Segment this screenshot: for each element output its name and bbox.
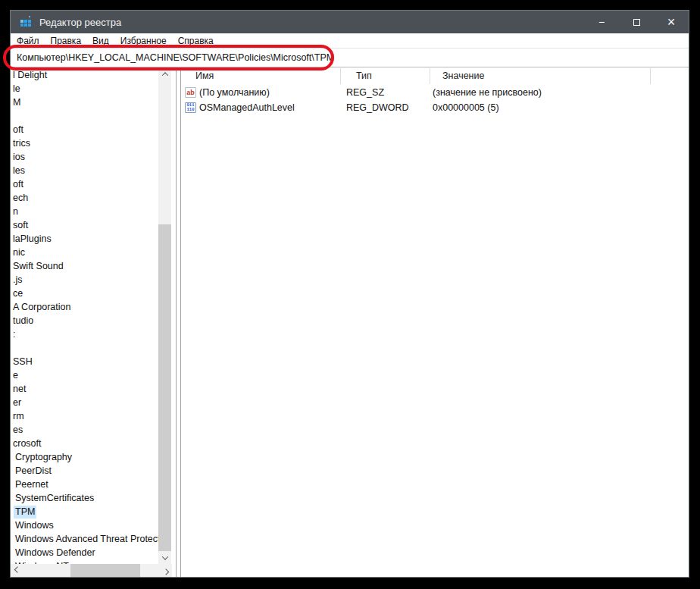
tree-item-tpm-selected[interactable]: TPM xyxy=(11,506,158,519)
value-row[interactable]: ab(По умолчанию)REG_SZ(значение не присв… xyxy=(181,86,689,101)
tree-item[interactable]: e xyxy=(11,369,158,383)
minimize-button[interactable]: − xyxy=(584,11,619,33)
tree-item-label: TPM xyxy=(14,506,36,519)
tree-item[interactable]: Swift Sound xyxy=(11,260,158,274)
tree-item-label: Windows Advanced Threat Protectio xyxy=(14,533,158,546)
tree-item[interactable]: soft xyxy=(11,219,158,233)
scroll-right-button[interactable] xyxy=(159,564,172,577)
tree-item-label: e xyxy=(11,369,20,382)
tree-item[interactable]: le xyxy=(11,83,158,96)
tree-item[interactable]: oft xyxy=(11,124,158,137)
tree-item-label: Swift Sound xyxy=(11,260,65,273)
close-button[interactable]: × xyxy=(654,11,689,33)
horizontal-scroll-thumb[interactable] xyxy=(70,564,140,577)
tree-item[interactable]: ech xyxy=(11,192,158,205)
scroll-left-button[interactable] xyxy=(11,564,23,577)
tree-item-label: net xyxy=(11,383,27,396)
tree-item-label: oft xyxy=(11,178,25,191)
tree-vertical-scrollbar[interactable] xyxy=(158,67,171,564)
tree-item-label: M xyxy=(11,96,22,109)
menu-item-rest: равка xyxy=(57,36,81,46)
tree-item-label: les xyxy=(11,164,27,177)
tree-item[interactable]: : xyxy=(11,328,158,342)
tree-item[interactable]: PeerDist xyxy=(11,465,158,478)
tree-item-label: es xyxy=(11,424,24,437)
tree-item-label: le xyxy=(11,83,22,96)
value-row[interactable]: 011110OSManagedAuthLevelREG_DWORD0x00000… xyxy=(181,101,689,116)
chevron-up-icon xyxy=(161,72,167,78)
tree-item-label: Windows Defender xyxy=(14,547,97,559)
column-header-name[interactable]: Имя xyxy=(195,70,214,81)
tree-item[interactable]: l Delight xyxy=(11,69,158,83)
tree-item[interactable]: SSH xyxy=(11,356,158,369)
tree-item[interactable]: Windows xyxy=(11,519,158,533)
menu-item-help[interactable]: Справка xyxy=(178,36,214,46)
tree-item-label: : xyxy=(11,328,17,341)
tree-item[interactable]: tudio xyxy=(11,315,158,328)
tree-horizontal-scrollbar[interactable] xyxy=(11,564,172,577)
string-value-icon: ab xyxy=(185,87,196,98)
menu-item-favorites[interactable]: Избранное xyxy=(120,36,167,46)
tree-item[interactable]: laPlugins xyxy=(11,233,158,246)
tree-item[interactable]: Cryptography xyxy=(11,451,158,465)
maximize-icon xyxy=(633,19,640,26)
column-divider[interactable] xyxy=(650,68,651,84)
tree-item[interactable]: ce xyxy=(11,287,158,301)
column-divider[interactable] xyxy=(430,68,430,84)
menu-item-hotkey: С xyxy=(178,36,185,46)
scroll-down-button[interactable] xyxy=(158,551,171,564)
vertical-scroll-thumb[interactable] xyxy=(158,224,171,551)
menu-item-hotkey: П xyxy=(51,36,58,46)
tree-item[interactable]: trics xyxy=(11,137,158,151)
tree-item[interactable]: nic xyxy=(11,246,158,260)
tree-item[interactable]: Windows Defender xyxy=(11,547,158,560)
menu-item-edit[interactable]: Правка xyxy=(51,36,82,46)
tree-item[interactable] xyxy=(11,110,158,124)
value-data: (значение не присвоено) xyxy=(433,87,542,98)
tree-item[interactable]: Peernet xyxy=(11,478,158,492)
menu-item-rest: ид xyxy=(98,36,109,46)
tree-item[interactable]: oft xyxy=(11,178,158,192)
tree-item[interactable]: M xyxy=(11,96,158,110)
tree-item[interactable]: A Corporation xyxy=(11,301,158,315)
column-header-value[interactable]: Значение xyxy=(442,70,484,81)
chevron-down-icon xyxy=(161,553,167,559)
menu-bar: ФайлПравкаВидИзбранноеСправка xyxy=(11,33,689,48)
title-bar[interactable]: Редактор реестра − × xyxy=(11,11,689,33)
value-name: OSManagedAuthLevel xyxy=(199,102,295,113)
tree-item[interactable] xyxy=(11,342,158,356)
registry-editor-icon xyxy=(20,16,32,28)
column-header-type[interactable]: Тип xyxy=(356,70,372,81)
string-icon-text: ab xyxy=(186,89,195,96)
tree-item-label: l Delight xyxy=(11,69,48,82)
tree-item[interactable]: er xyxy=(11,396,158,410)
menu-item-file[interactable]: Файл xyxy=(17,36,39,46)
tree-item[interactable]: n xyxy=(11,205,158,219)
tree-item-label: PeerDist xyxy=(14,465,53,478)
tree-item[interactable]: net xyxy=(11,383,158,396)
column-divider[interactable] xyxy=(340,68,341,84)
window-title: Редактор реестра xyxy=(39,17,121,28)
maximize-button[interactable] xyxy=(619,11,654,33)
tree-item-label: crosoft xyxy=(11,437,43,450)
tree-item[interactable]: ios xyxy=(11,151,158,164)
scroll-up-button[interactable] xyxy=(158,67,171,80)
tree-item-label: A Corporation xyxy=(11,301,72,314)
tree-item-label: oft xyxy=(11,124,25,136)
value-name: (По умолчанию) xyxy=(199,87,270,98)
value-type: REG_DWORD xyxy=(346,102,409,113)
tree-item[interactable]: .js xyxy=(11,274,158,287)
menu-item-view[interactable]: Вид xyxy=(92,36,109,46)
address-bar-input[interactable]: Компьютер\HKEY_LOCAL_MACHINE\SOFTWARE\Po… xyxy=(11,48,689,67)
screenshot-canvas: Редактор реестра − × ФайлПравкаВидИзбран… xyxy=(0,0,700,589)
tree-item[interactable]: les xyxy=(11,164,158,178)
tree-item-label: soft xyxy=(11,219,30,232)
tree-item[interactable]: Windows Advanced Threat Protectio xyxy=(11,533,158,547)
tree-item[interactable]: rm xyxy=(11,410,158,424)
tree-item-label: Windows xyxy=(14,519,55,532)
tree-item[interactable]: crosoft xyxy=(11,437,158,451)
tree-item[interactable]: SystemCertificates xyxy=(11,492,158,506)
value-data: 0x00000005 (5) xyxy=(433,102,499,113)
registry-editor-window: Редактор реестра − × ФайлПравкаВидИзбран… xyxy=(10,10,689,578)
tree-item[interactable]: es xyxy=(11,424,158,437)
